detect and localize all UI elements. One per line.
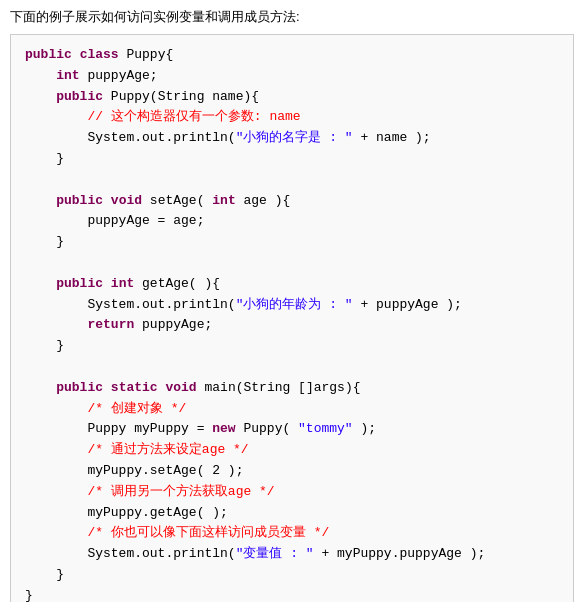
code-line-8: public void setAge( int age ){ — [25, 191, 559, 212]
intro-text: 下面的例子展示如何访问实例变量和调用成员方法: — [10, 8, 574, 26]
code-line-20: /* 通过方法来设定age */ — [25, 440, 559, 461]
code-line-9: puppyAge = age; — [25, 211, 559, 232]
code-line-16 — [25, 357, 559, 378]
code-line-26: } — [25, 565, 559, 586]
code-line-2: int puppyAge; — [25, 66, 559, 87]
code-line-17: public static void main(String []args){ — [25, 378, 559, 399]
code-line-14: return puppyAge; — [25, 315, 559, 336]
code-line-10: } — [25, 232, 559, 253]
code-line-27: } — [25, 586, 559, 602]
code-line-3: public Puppy(String name){ — [25, 87, 559, 108]
code-line-22: /* 调用另一个方法获取age */ — [25, 482, 559, 503]
code-line-24: /* 你也可以像下面这样访问成员变量 */ — [25, 523, 559, 544]
code-line-6: } — [25, 149, 559, 170]
code-block: public class Puppy{ int puppyAge; public… — [10, 34, 574, 602]
code-line-18: /* 创建对象 */ — [25, 399, 559, 420]
code-line-19: Puppy myPuppy = new Puppy( "tommy" ); — [25, 419, 559, 440]
code-line-5: System.out.println("小狗的名字是 : " + name ); — [25, 128, 559, 149]
code-line-4: // 这个构造器仅有一个参数: name — [25, 107, 559, 128]
code-line-21: myPuppy.setAge( 2 ); — [25, 461, 559, 482]
code-line-15: } — [25, 336, 559, 357]
code-line-25: System.out.println("变量值 : " + myPuppy.pu… — [25, 544, 559, 565]
code-line-11 — [25, 253, 559, 274]
code-line-12: public int getAge( ){ — [25, 274, 559, 295]
code-line-23: myPuppy.getAge( ); — [25, 503, 559, 524]
code-line-1: public class Puppy{ — [25, 45, 559, 66]
code-line-13: System.out.println("小狗的年龄为 : " + puppyAg… — [25, 295, 559, 316]
code-line-7 — [25, 170, 559, 191]
